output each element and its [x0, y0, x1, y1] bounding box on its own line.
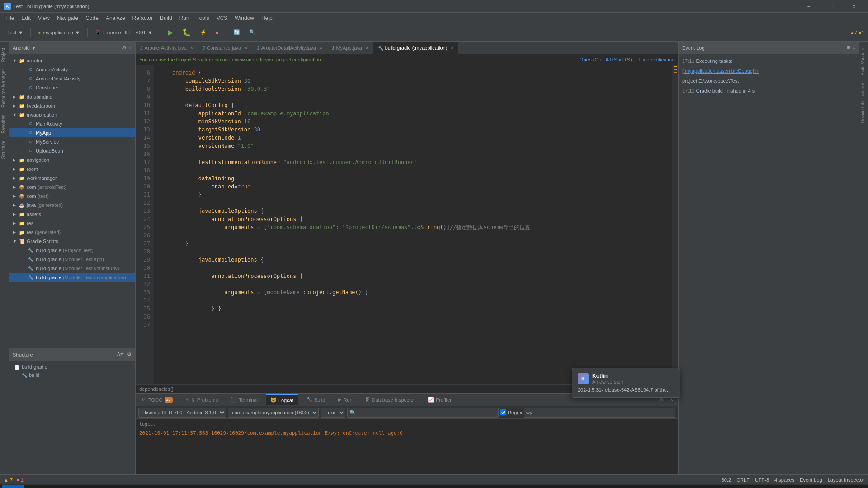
- tab-logcat[interactable]: 🐱 Logcat: [266, 394, 298, 405]
- cursor-position[interactable]: 80:2: [722, 477, 731, 483]
- menu-window[interactable]: Window: [231, 13, 258, 23]
- device-select[interactable]: Hisense HLTE700T Android 8.1.0: [138, 408, 226, 418]
- tree-item-res-generated[interactable]: ▶ 📁 res (generated): [9, 228, 135, 237]
- tab-profiler[interactable]: 📈 Profiler: [423, 394, 456, 405]
- menu-build[interactable]: Build: [156, 13, 176, 23]
- device-selector[interactable]: 📱 Hisense HLTE700T ▼: [91, 26, 156, 39]
- open-project-structure[interactable]: Open (Ctrl+Alt+Shift+S): [580, 57, 632, 62]
- run-config-module[interactable]: ● myapplication ▼: [34, 26, 84, 39]
- taskview-button[interactable]: ⊟: [137, 487, 156, 488]
- tree-item-myservice[interactable]: C MyService: [9, 137, 135, 146]
- profile-button[interactable]: ⚡: [197, 26, 210, 39]
- tree-item-navigation[interactable]: ▶ 📁 navigation: [9, 155, 135, 164]
- run-config-selector[interactable]: Test ▼: [4, 26, 27, 39]
- tab-arouterdetailactivity[interactable]: J ArouterDetailActivity.java ×: [252, 42, 327, 54]
- menu-view[interactable]: View: [34, 13, 53, 23]
- favorites-label[interactable]: Favorites: [0, 112, 9, 136]
- close-tab-build-gradle[interactable]: ×: [451, 46, 453, 51]
- close-button[interactable]: ×: [844, 0, 864, 13]
- taskbar-app-wechat[interactable]: 💬: [270, 487, 288, 488]
- tree-item-uploadbean[interactable]: C UploadBean: [9, 146, 135, 155]
- structure-label[interactable]: Structure: [0, 138, 9, 162]
- layout-inspector-button[interactable]: Layout Inspector: [828, 477, 864, 483]
- menu-edit[interactable]: Edit: [18, 13, 34, 23]
- tree-item-build-gradle-app[interactable]: 🔧 build.gradle (Module: Test.app): [9, 255, 135, 264]
- structure-sort-btn[interactable]: ⚙: [127, 352, 132, 357]
- run-button[interactable]: ▶: [164, 26, 177, 39]
- menu-run[interactable]: Run: [176, 13, 193, 23]
- tree-item-build-gradle-project[interactable]: 🔧 build.gradle (Project: Test): [9, 246, 135, 255]
- sync-button[interactable]: 🔄: [230, 26, 244, 39]
- editor-right-gutter[interactable]: [672, 65, 678, 384]
- tab-run[interactable]: ▶ Run: [333, 394, 357, 405]
- tree-item-workmanager[interactable]: ▶ 📁 workmanager: [9, 174, 135, 183]
- menu-code[interactable]: Code: [82, 13, 102, 23]
- hide-notification[interactable]: Hide notification: [639, 57, 675, 62]
- search-everywhere-button[interactable]: 🔍: [245, 26, 259, 39]
- tree-item-res[interactable]: ▶ 📁 res: [9, 219, 135, 228]
- logcat-search-input[interactable]: [347, 408, 499, 418]
- tab-problems[interactable]: ⚠ 6: Problems: [181, 394, 223, 405]
- package-select[interactable]: com.example.myapplication (1602): [228, 408, 319, 418]
- tab-arouteractivity[interactable]: J ArouterActivity.java ×: [136, 42, 198, 54]
- close-tab-arouterdetail[interactable]: ×: [320, 46, 322, 51]
- tree-item-databinding[interactable]: ▶ 📁 databinding: [9, 92, 135, 101]
- tag-filter-input[interactable]: [524, 408, 675, 418]
- stop-button[interactable]: ■: [212, 26, 222, 39]
- maximize-button[interactable]: □: [821, 0, 842, 13]
- tree-item-myapplication[interactable]: ▼ 📁 myapplication: [9, 110, 135, 119]
- project-panel-label[interactable]: Project: [0, 45, 9, 65]
- struct-item-build-gradle[interactable]: 📄 build.gradle: [13, 363, 132, 371]
- struct-item-build[interactable]: 🔧 build: [13, 371, 132, 379]
- event-log-button[interactable]: Event Log: [800, 477, 822, 483]
- taskbar-app-phone[interactable]: 📱: [289, 487, 307, 488]
- tab-build[interactable]: 🔨 Build: [302, 394, 330, 405]
- regex-checkbox[interactable]: [500, 409, 506, 415]
- menu-refactor[interactable]: Refactor: [129, 13, 156, 23]
- close-tab-constance[interactable]: ×: [245, 46, 247, 51]
- tab-constance[interactable]: J Constance.java ×: [198, 42, 252, 54]
- tree-item-constance[interactable]: C Constance: [9, 83, 135, 92]
- tab-myapp[interactable]: J MyApp.java ×: [327, 42, 373, 54]
- project-dropdown[interactable]: Android ▼: [13, 45, 36, 51]
- tree-item-com-test[interactable]: ▶ 📦 com (test): [9, 192, 135, 201]
- breadcrumb-text[interactable]: dependencies{}: [139, 386, 174, 392]
- tab-terminal[interactable]: ⬛ Terminal: [226, 394, 262, 405]
- close-event-log[interactable]: ×: [853, 45, 855, 51]
- debug-button[interactable]: 🐛: [179, 26, 195, 39]
- close-tab-myapp[interactable]: ×: [366, 46, 368, 51]
- menu-file[interactable]: File: [2, 13, 18, 23]
- tree-item-java-generated[interactable]: ▶ ☕ java (generated): [9, 201, 135, 210]
- menu-navigate[interactable]: Navigate: [53, 13, 82, 23]
- start-button[interactable]: ⊞: [2, 485, 24, 488]
- structure-sort-alpha[interactable]: Az↑: [117, 352, 125, 357]
- encoding[interactable]: UTF-8: [755, 477, 769, 483]
- tab-database-inspector[interactable]: 🗄 Database Inspector: [361, 394, 420, 405]
- taskbar-app-chrome[interactable]: 🌐: [194, 487, 212, 488]
- menu-vcs[interactable]: VCS: [213, 13, 231, 23]
- tree-item-assets[interactable]: ▶ 📁 assets: [9, 210, 135, 219]
- code-content[interactable]: android { compileSdkVersion 30 buildTool…: [154, 65, 672, 384]
- status-warnings[interactable]: ▲ 7: [4, 477, 13, 483]
- gear-icon[interactable]: ⚙: [122, 45, 127, 51]
- menu-analyze[interactable]: Analyze: [102, 13, 129, 23]
- tree-item-build-gradle-kotlin[interactable]: 🔧 build.gradle (Module: Test.kotlinstudy…: [9, 264, 135, 273]
- build-variants-label[interactable]: Build Variants: [859, 45, 868, 78]
- menu-tools[interactable]: Tools: [193, 13, 213, 23]
- tree-item-arouteractivity[interactable]: C ArouterActivity: [9, 65, 135, 74]
- taskbar-app-file-explorer[interactable]: 📁: [175, 487, 193, 488]
- taskbar-app-snake[interactable]: 🐍: [251, 487, 269, 488]
- status-errors[interactable]: ● 1: [16, 477, 24, 483]
- taskbar-app-excel[interactable]: 📊: [232, 487, 250, 488]
- tree-item-build-gradle-myapp[interactable]: 🔧 build.gradle (Module: Test.myapplicati…: [9, 273, 135, 282]
- settings-icon-event[interactable]: ⚙: [846, 45, 851, 51]
- close-tab-arouteractivity[interactable]: ×: [190, 46, 193, 51]
- assemble-link[interactable]: [:myapplication:assembleDebug] in: [682, 68, 760, 74]
- resource-manager-label[interactable]: Resource Manager: [0, 66, 9, 110]
- tree-item-room[interactable]: ▶ 📁 room: [9, 164, 135, 174]
- tree-item-gradle-scripts[interactable]: ▼ 📜 Gradle Scripts: [9, 237, 135, 246]
- taskbar-app-music[interactable]: 🎵: [213, 487, 231, 488]
- tree-item-livedataroom[interactable]: ▶ 📁 livedataroom: [9, 101, 135, 110]
- device-file-explorer-label[interactable]: Device File Explorer: [859, 80, 868, 126]
- indent[interactable]: 4 spaces: [774, 477, 794, 483]
